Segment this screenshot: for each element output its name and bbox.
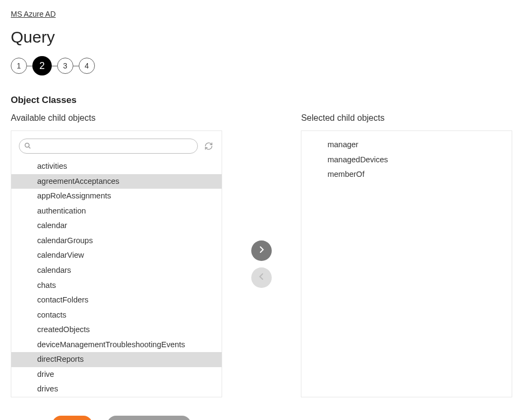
- footer: Back Next Discard Changes: [11, 416, 512, 420]
- step-4[interactable]: 4: [79, 58, 95, 74]
- list-item[interactable]: chats: [11, 278, 222, 293]
- step-1[interactable]: 1: [11, 58, 27, 74]
- list-item[interactable]: drives: [11, 382, 222, 397]
- list-item[interactable]: authentication: [11, 204, 222, 219]
- list-item[interactable]: contactFolders: [11, 293, 222, 308]
- selected-panel: managermanagedDevicesmemberOf: [301, 130, 512, 397]
- list-item[interactable]: contacts: [11, 308, 222, 323]
- add-button[interactable]: [251, 240, 272, 261]
- discard-button[interactable]: Discard Changes: [107, 416, 190, 420]
- svg-point-0: [25, 143, 30, 148]
- list-item[interactable]: managedDevices: [301, 153, 512, 168]
- available-panel: activitiesagreementAcceptancesappRoleAss…: [11, 130, 222, 397]
- page-title: Query: [11, 28, 512, 46]
- available-title: Available child objects: [11, 113, 222, 125]
- refresh-button[interactable]: [203, 141, 214, 152]
- list-item[interactable]: createdObjects: [11, 322, 222, 338]
- list-item[interactable]: memberOf: [301, 167, 512, 182]
- list-item[interactable]: calendars: [11, 263, 222, 278]
- selected-list: managermanagedDevicesmemberOf: [301, 137, 512, 397]
- list-item[interactable]: directReports: [11, 352, 222, 367]
- chevron-right-icon: [259, 246, 264, 254]
- breadcrumb-link[interactable]: MS Azure AD: [11, 10, 56, 18]
- step-2[interactable]: 2: [32, 56, 52, 75]
- stepper: 1234: [11, 56, 512, 75]
- next-button[interactable]: Next: [52, 416, 92, 420]
- list-item[interactable]: drive: [11, 367, 222, 382]
- dual-list: Available child objects: [11, 113, 512, 397]
- search-input[interactable]: [19, 139, 198, 154]
- object-classes-heading: Object Classes: [11, 95, 512, 106]
- selected-title: Selected child objects: [301, 113, 512, 125]
- list-item[interactable]: calendar: [11, 218, 222, 233]
- list-item[interactable]: agreementAcceptances: [11, 174, 222, 189]
- list-item[interactable]: activities: [11, 159, 222, 174]
- step-3[interactable]: 3: [57, 58, 73, 74]
- list-item[interactable]: deviceManagementTroubleshootingEvents: [11, 338, 222, 353]
- list-item[interactable]: manager: [301, 137, 512, 153]
- chevron-left-icon: [259, 273, 264, 281]
- remove-button: [251, 267, 272, 288]
- search-icon: [24, 142, 31, 150]
- list-item[interactable]: calendarGroups: [11, 233, 222, 249]
- list-item[interactable]: appRoleAssignments: [11, 189, 222, 204]
- list-item[interactable]: calendarView: [11, 248, 222, 263]
- svg-line-1: [29, 147, 30, 148]
- available-list: activitiesagreementAcceptancesappRoleAss…: [11, 159, 222, 397]
